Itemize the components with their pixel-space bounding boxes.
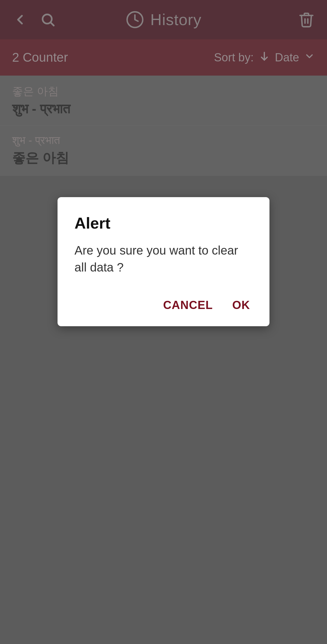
dialog-actions: CANCEL OK — [74, 294, 253, 317]
dialog-overlay: Alert Are you sure you want to clear all… — [0, 0, 327, 644]
ok-button[interactable]: OK — [230, 294, 253, 317]
dialog-message: Are you sure you want to clear all data … — [74, 242, 253, 276]
cancel-button[interactable]: CANCEL — [161, 294, 215, 317]
alert-dialog: Alert Are you sure you want to clear all… — [58, 197, 269, 326]
dialog-title: Alert — [74, 214, 253, 232]
